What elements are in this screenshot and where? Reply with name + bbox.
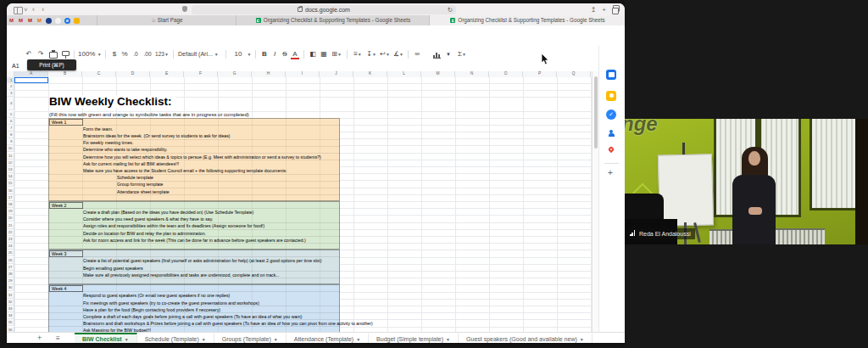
add-addon-icon[interactable]: + (608, 168, 613, 177)
zoom-select[interactable]: 100% ▼ (78, 48, 100, 61)
row-header-5[interactable]: 5 (7, 111, 14, 118)
row-header-19[interactable]: 19 (7, 208, 14, 215)
maps-icon[interactable] (606, 145, 616, 155)
participant-video[interactable]: nge Reda El Andaloussi (625, 119, 868, 244)
print-icon[interactable] (49, 52, 58, 59)
task-cell[interactable]: Complete a draft of each days goals befo… (83, 313, 302, 320)
more-formats-icon[interactable]: 123▼ (155, 48, 169, 61)
italic-icon[interactable]: I (270, 48, 279, 61)
task-cell[interactable]: Determine who wants to take responsibili… (83, 146, 167, 153)
borders-icon[interactable]: ▦ (320, 48, 328, 61)
favicon-circle-light[interactable] (55, 18, 61, 24)
sheet-tab-groups-template-[interactable]: Groups (Template)▼ (214, 334, 287, 343)
browser-tab-sheets-1[interactable]: Organizing Checklist & Supporting Templa… (236, 15, 430, 25)
row-header-32[interactable]: 32 (7, 299, 14, 306)
task-cell[interactable]: Create a list of potential guest speaker… (83, 257, 321, 264)
insert-link-icon[interactable]: ∞ (412, 48, 422, 61)
row-header-7[interactable]: 7 (7, 125, 14, 132)
task-cell[interactable]: Decide on location for BIW and relay the… (83, 230, 206, 237)
contacts-icon[interactable] (606, 128, 616, 138)
row-header-31[interactable]: 31 (7, 292, 14, 299)
favicon-circle-navy[interactable] (46, 18, 52, 24)
task-cell[interactable]: Make sure all previously assigned respon… (83, 272, 280, 278)
task-cell[interactable]: Begin emailing guest speakers (83, 265, 143, 272)
task-cell[interactable]: Have a plan for the food (Begin contacti… (83, 306, 220, 313)
row-header-26[interactable]: 26 (7, 257, 14, 264)
bold-icon[interactable]: B (260, 48, 269, 61)
format-currency-icon[interactable]: $ (110, 48, 119, 61)
week-label[interactable]: Week 4 (49, 285, 83, 292)
sheet-tab-biw-checklist[interactable]: BIW Checklist▼ (75, 333, 137, 343)
row-header-17[interactable]: 17 (7, 194, 14, 201)
font-select[interactable]: Default (Ari... ▼ (178, 48, 219, 61)
browser-tab-sheets-2-active[interactable]: Organizing Checklist & Supporting Templa… (429, 15, 625, 25)
sidebar-toggle-icon[interactable] (14, 7, 23, 14)
tab-menu-caret[interactable]: ▼ (274, 337, 278, 342)
task-cell[interactable]: Group forming template (117, 181, 164, 188)
row-header-8[interactable]: 8 (7, 132, 14, 138)
format-percent-icon[interactable]: % (120, 48, 129, 61)
tab-menu-caret[interactable]: ▼ (202, 337, 206, 342)
filter-icon[interactable]: ▼ (444, 48, 453, 61)
share-page-icon[interactable]: ↥ (591, 6, 597, 14)
sheet-tab-schedule-template-[interactable]: Schedule (Template)▼ (137, 334, 214, 343)
task-cell[interactable]: Fix weekly meeting times. (83, 139, 133, 146)
text-wrap-icon[interactable]: ↩▼ (379, 48, 391, 61)
row-header-14[interactable]: 14 (7, 173, 14, 180)
favicon-circle-blue[interactable]: e (64, 18, 70, 24)
keep-icon[interactable] (606, 91, 616, 101)
row-header-35[interactable]: 35 (7, 319, 14, 326)
decrease-decimals-icon[interactable]: .0 (131, 48, 141, 61)
week-label[interactable]: Week 1 (49, 119, 83, 126)
row-header-9[interactable]: 9 (7, 138, 14, 145)
task-cell[interactable]: Brainstorm ideas for the week. (Or send … (83, 132, 231, 139)
row-header-22[interactable]: 22 (7, 229, 14, 236)
row-header-30[interactable]: 30 (7, 284, 14, 291)
selected-cell-a1[interactable] (14, 77, 48, 84)
scrollbar-thumb[interactable] (594, 76, 598, 149)
row-header-16[interactable]: 16 (7, 188, 14, 194)
row-header-4[interactable]: 4 (7, 97, 14, 111)
spreadsheet-grid[interactable]: BIW Weekly Checklist: (Fill this row wit… (7, 77, 592, 333)
sheet-subtitle-cell[interactable]: (Fill this row with green and orange to … (49, 112, 249, 117)
row-header-29[interactable]: 29 (7, 278, 14, 284)
refresh-icon[interactable]: ↻ (448, 5, 453, 14)
forward-button[interactable]: › (42, 6, 44, 14)
privacy-shield-icon[interactable] (182, 6, 187, 12)
row-header-18[interactable]: 18 (7, 201, 14, 208)
font-size-caret[interactable]: ▼ (246, 48, 253, 61)
sheet-title-cell[interactable]: BIW Weekly Checklist: (49, 95, 175, 108)
text-rotation-icon[interactable]: ∡▼ (392, 48, 404, 61)
row-header-20[interactable]: 20 (7, 215, 14, 222)
row-header-21[interactable]: 21 (7, 222, 14, 229)
strikethrough-icon[interactable]: S (281, 48, 289, 61)
increase-decimals-icon[interactable]: .00 (142, 48, 153, 61)
task-cell[interactable]: Ask for current mailing list for all BIW… (83, 160, 179, 167)
task-cell[interactable]: Ask for zoom access and link for the wee… (83, 237, 306, 244)
text-color-icon[interactable]: A (291, 48, 299, 61)
favicon-m-orange[interactable]: M (36, 18, 42, 24)
sheet-tab-budget-simple-template-[interactable]: Budget (Simple template)▼ (369, 334, 459, 343)
task-cell[interactable]: Make sure you have access to the Student… (83, 167, 287, 174)
task-cell[interactable]: Assign roles and responsibilities within… (83, 222, 264, 229)
add-sheet-button[interactable]: + (37, 333, 42, 343)
task-cell[interactable]: Determine how you will select which idea… (83, 154, 321, 160)
task-cell[interactable]: Schedule template (117, 174, 153, 181)
address-bar[interactable]: docs.google.com ↻ (192, 5, 456, 14)
row-header-11[interactable]: 11 (7, 153, 14, 160)
favicon-square-yellow[interactable] (74, 18, 80, 24)
task-cell[interactable]: Respond to guest speakers (Or email new … (83, 292, 230, 299)
favicon-m-red[interactable]: M (27, 18, 33, 24)
fill-color-icon[interactable]: ◧ (309, 48, 317, 61)
task-cell[interactable]: Ask Massimo for the BIW budget!!! (83, 327, 151, 332)
row-header-15[interactable]: 15 (7, 180, 14, 187)
tab-menu-caret[interactable]: ▼ (580, 337, 584, 342)
row-header-12[interactable]: 12 (7, 160, 14, 166)
all-sheets-button[interactable]: ≡ (56, 333, 60, 343)
merge-cells-icon[interactable]: ⊞▼ (331, 48, 342, 61)
vertical-align-icon[interactable]: ↧▼ (365, 48, 377, 61)
sidebar-chevron-icon[interactable]: ˅ (24, 6, 28, 14)
task-cell[interactable]: Form the team. (83, 126, 113, 132)
week-label[interactable]: Week 2 (49, 202, 83, 209)
tasks-icon[interactable]: ✓ (606, 109, 616, 120)
